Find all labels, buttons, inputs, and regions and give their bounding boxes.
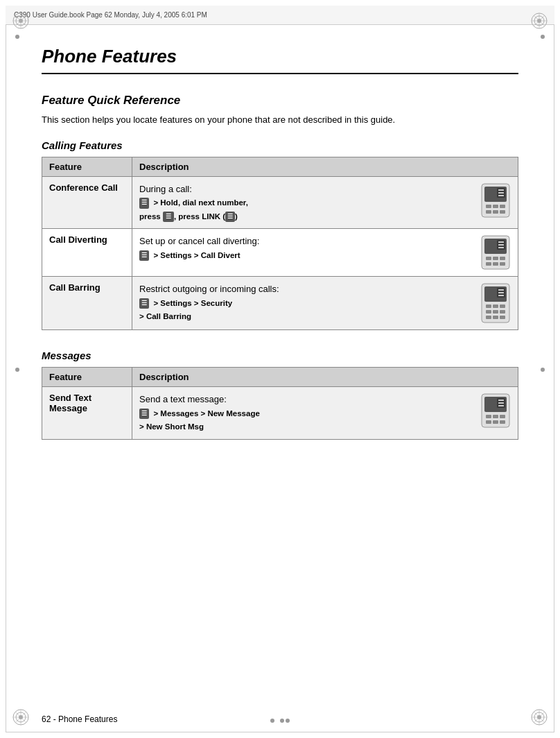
svg-rect-38 — [498, 192, 504, 194]
svg-rect-42 — [486, 257, 491, 260]
svg-rect-59 — [500, 310, 505, 314]
call-barring-label: Call Barring — [42, 277, 132, 330]
send-text-line1: Send a text message: ☰ > Messages > New … — [139, 394, 260, 431]
svg-rect-37 — [498, 189, 504, 191]
svg-rect-56 — [500, 304, 505, 308]
svg-rect-34 — [493, 210, 498, 214]
conference-call-label: Conference Call — [42, 176, 132, 229]
mid-right-dot — [541, 368, 545, 372]
table-row: Conference Call — [42, 176, 518, 229]
messages-title: Messages — [42, 350, 518, 361]
top-left-dot — [15, 35, 19, 39]
mid-left-dot — [15, 368, 19, 372]
svg-rect-58 — [493, 310, 498, 314]
header-bar: C390 User Guide.book Page 62 Monday, Jul… — [6, 6, 554, 25]
call-barring-line1: Restrict outgoing or incoming calls: ☰ >… — [139, 284, 279, 321]
header-text: C390 User Guide.book Page 62 Monday, Jul… — [14, 11, 207, 19]
svg-rect-44 — [500, 257, 505, 260]
svg-rect-65 — [498, 292, 504, 293]
messages-col2-header: Description — [132, 368, 518, 387]
messages-col1-header: Feature — [42, 368, 132, 387]
corner-decoration-tl — [11, 11, 30, 31]
calling-features-title: Calling Features — [42, 139, 518, 151]
calling-col1-header: Feature — [42, 157, 132, 176]
svg-rect-70 — [493, 415, 498, 418]
svg-rect-73 — [493, 420, 498, 424]
svg-rect-72 — [486, 420, 491, 424]
svg-rect-55 — [493, 304, 498, 308]
bottom-left-dot — [270, 719, 274, 723]
corner-decoration-tr — [530, 11, 549, 31]
svg-rect-69 — [486, 415, 491, 418]
call-barring-path: ☰ > Settings > Security > Call Barring — [139, 299, 232, 321]
svg-rect-54 — [486, 304, 491, 308]
section-title-fqr: Feature Quick Reference — [42, 94, 518, 108]
intro-text: This section helps you locate features o… — [42, 113, 518, 127]
svg-rect-51 — [498, 247, 504, 248]
call-barring-desc: Restrict outgoing or incoming calls: ☰ >… — [132, 277, 518, 330]
phone-icon-send-text — [480, 393, 511, 429]
table-row: Call Diverting — [42, 229, 518, 277]
svg-rect-31 — [493, 205, 498, 208]
svg-rect-30 — [486, 205, 491, 208]
send-text-label: Send Text Message — [42, 387, 132, 440]
phone-icon-conference — [480, 182, 511, 218]
svg-rect-43 — [493, 257, 498, 260]
svg-rect-50 — [498, 244, 504, 246]
svg-rect-74 — [500, 420, 505, 424]
svg-rect-57 — [486, 310, 491, 314]
calling-features-table: Feature Description Conference Call — [42, 157, 518, 331]
corner-decoration-br — [530, 707, 549, 727]
svg-rect-46 — [493, 262, 498, 266]
svg-rect-35 — [500, 210, 505, 214]
conf-call-path: ☰ > Hold, dial next number, press ☰, pre… — [139, 198, 248, 221]
call-diverting-path: ☰ > Settings > Call Divert — [139, 251, 240, 259]
svg-rect-45 — [486, 262, 491, 266]
conference-call-desc: During a call: ☰ > Hold, dial next numbe… — [132, 176, 518, 229]
messages-table: Feature Description Send Text Message — [42, 367, 518, 440]
call-diverting-label: Call Diverting — [42, 229, 132, 277]
bottom-right-dot — [286, 719, 290, 723]
call-diverting-desc: Set up or cancel call diverting: ☰ > Set… — [132, 229, 518, 277]
svg-rect-33 — [486, 210, 491, 214]
table-row: Call Barring — [42, 277, 518, 330]
svg-rect-76 — [498, 400, 504, 401]
send-text-desc: Send a text message: ☰ > Messages > New … — [132, 387, 518, 440]
svg-rect-47 — [500, 262, 505, 266]
svg-rect-77 — [498, 402, 504, 404]
svg-rect-71 — [500, 415, 505, 418]
svg-rect-60 — [486, 316, 491, 319]
svg-rect-66 — [498, 295, 504, 296]
svg-rect-78 — [498, 405, 504, 406]
call-diverting-line1: Set up or cancel call diverting: ☰ > Set… — [139, 236, 259, 260]
main-content: Phone Features Feature Quick Reference T… — [42, 25, 518, 703]
table-row: Send Text Message — [42, 387, 518, 440]
page-title: Phone Features — [42, 46, 518, 74]
top-right-dot — [541, 35, 545, 39]
svg-rect-64 — [498, 289, 504, 291]
calling-col2-header: Description — [132, 157, 518, 176]
corner-decoration-bl — [11, 707, 30, 727]
phone-icon-diverting — [480, 234, 511, 271]
svg-rect-39 — [498, 195, 504, 196]
svg-rect-62 — [500, 316, 505, 319]
phone-icon-barring — [480, 282, 511, 324]
svg-rect-49 — [498, 241, 504, 243]
send-text-path: ☰ > Messages > New Message > New Short M… — [139, 409, 260, 431]
footer-text: 62 - Phone Features — [42, 714, 117, 724]
bottom-center-dot — [280, 719, 284, 723]
svg-rect-32 — [500, 205, 505, 208]
svg-rect-61 — [493, 316, 498, 319]
conf-call-line1: During a call: ☰ > Hold, dial next numbe… — [139, 184, 248, 221]
